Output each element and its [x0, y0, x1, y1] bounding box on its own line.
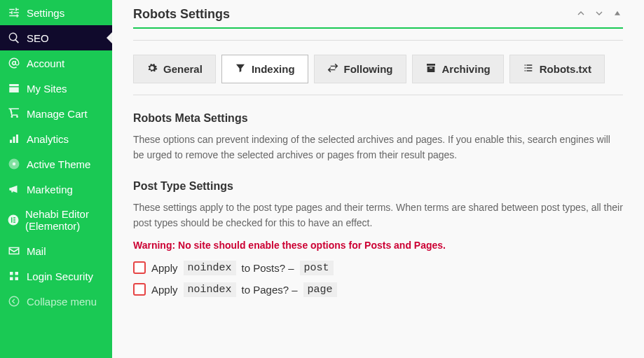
- label-pre: Apply: [151, 262, 178, 274]
- megaphone-icon: [7, 183, 21, 195]
- section-title-posttype: Post Type Settings: [133, 180, 623, 193]
- exchange-icon: [327, 62, 338, 76]
- section-title-meta: Robots Meta Settings: [133, 112, 623, 125]
- svg-point-1: [13, 163, 16, 166]
- sidebar-item-nehabi-editor[interactable]: Nehabi Editor (Elementor): [0, 202, 112, 238]
- tab-archiving[interactable]: Archiving: [412, 55, 504, 83]
- label-mid: to Pages? –: [242, 284, 298, 296]
- sidebar-item-label: Account: [27, 57, 64, 69]
- bar-chart-icon: [7, 132, 21, 145]
- sidebar-item-label: My Sites: [27, 83, 67, 95]
- gear-icon: [146, 62, 158, 76]
- sidebar-item-account[interactable]: Account: [0, 50, 112, 76]
- tabs-row: General Indexing Following Archiving Rob…: [133, 55, 623, 83]
- sidebar-collapse[interactable]: Collapse menu: [0, 289, 112, 314]
- sidebar-item-settings[interactable]: Settings: [0, 0, 112, 25]
- sidebar-item-manage-cart[interactable]: Manage Cart: [0, 101, 112, 126]
- tab-label: Indexing: [252, 63, 295, 75]
- divider: [133, 40, 623, 41]
- window-icon: [7, 82, 21, 95]
- sidebar-item-label: Marketing: [27, 184, 73, 195]
- panel-controls: [575, 8, 623, 21]
- panel-title: Robots Settings: [133, 7, 230, 22]
- radioactive-icon: [7, 158, 21, 170]
- sidebar-item-label: Mail: [27, 245, 46, 257]
- sidebar-item-mail[interactable]: Mail: [0, 238, 112, 263]
- chevron-down-icon[interactable]: [594, 8, 605, 21]
- sidebar-item-label: SEO: [27, 32, 49, 44]
- mail-icon: [7, 245, 21, 257]
- filter-icon: [235, 62, 246, 76]
- active-pointer: [107, 32, 112, 43]
- cart-icon: [7, 107, 21, 120]
- tab-indexing[interactable]: Indexing: [221, 55, 308, 83]
- section-desc-posttype: These settings apply to the post type pa…: [133, 200, 623, 231]
- sidebar-item-active-theme[interactable]: Active Theme: [0, 151, 112, 177]
- tab-general[interactable]: General: [133, 55, 216, 83]
- sliders-icon: [7, 6, 21, 19]
- sidebar-item-label: Analytics: [27, 133, 69, 145]
- tab-robotstxt[interactable]: Robots.txt: [509, 55, 605, 83]
- list-icon: [523, 62, 534, 76]
- label-pre: Apply: [151, 284, 178, 296]
- sidebar-item-label: Active Theme: [27, 158, 90, 170]
- code-post: post: [300, 261, 334, 275]
- code-noindex: noindex: [184, 261, 236, 275]
- tab-following[interactable]: Following: [314, 55, 406, 83]
- tab-label: Robots.txt: [540, 63, 591, 75]
- tab-label: General: [163, 63, 203, 75]
- divider: [133, 95, 623, 95]
- elementor-icon: [7, 214, 20, 226]
- section-desc-meta: These options can prevent indexing of th…: [133, 132, 623, 163]
- checkbox-noindex-pages[interactable]: [133, 283, 146, 296]
- tab-label: Archiving: [442, 63, 491, 75]
- sidebar-collapse-label: Collapse menu: [27, 296, 97, 308]
- main-content: Robots Settings General Indexing Followi…: [112, 0, 644, 358]
- sidebar-item-login-security[interactable]: Login Security: [0, 263, 112, 289]
- sidebar-item-label: Login Security: [27, 270, 93, 282]
- chevron-up-icon[interactable]: [575, 8, 587, 21]
- sidebar-item-mysites[interactable]: My Sites: [0, 76, 112, 101]
- archive-icon: [425, 62, 437, 76]
- svg-point-3: [9, 296, 19, 306]
- search-icon: [7, 32, 21, 44]
- at-icon: [7, 57, 21, 69]
- sidebar-item-label: Nehabi Editor (Elementor): [25, 208, 105, 232]
- shield-icon: [7, 270, 21, 282]
- warning-text: Warning: No site should enable these opt…: [133, 240, 623, 251]
- checkbox-noindex-posts[interactable]: [133, 261, 146, 274]
- noindex-pages-row: Apply noindex to Pages? – page: [133, 282, 623, 297]
- code-page: page: [303, 282, 337, 297]
- admin-sidebar: Settings SEO Account My Sites Manage Car…: [0, 0, 112, 358]
- sidebar-item-analytics[interactable]: Analytics: [0, 126, 112, 151]
- sidebar-item-seo[interactable]: SEO: [0, 25, 112, 50]
- triangle-up-icon[interactable]: [612, 8, 623, 21]
- sidebar-item-label: Manage Cart: [27, 108, 88, 120]
- tab-label: Following: [344, 63, 393, 75]
- label-mid: to Posts? –: [242, 262, 294, 274]
- sidebar-item-label: Settings: [27, 7, 64, 19]
- panel-header: Robots Settings: [133, 0, 623, 29]
- sidebar-item-marketing[interactable]: Marketing: [0, 177, 112, 202]
- collapse-icon: [7, 295, 21, 308]
- noindex-posts-row: Apply noindex to Posts? – post: [133, 261, 623, 275]
- code-noindex: noindex: [184, 282, 236, 297]
